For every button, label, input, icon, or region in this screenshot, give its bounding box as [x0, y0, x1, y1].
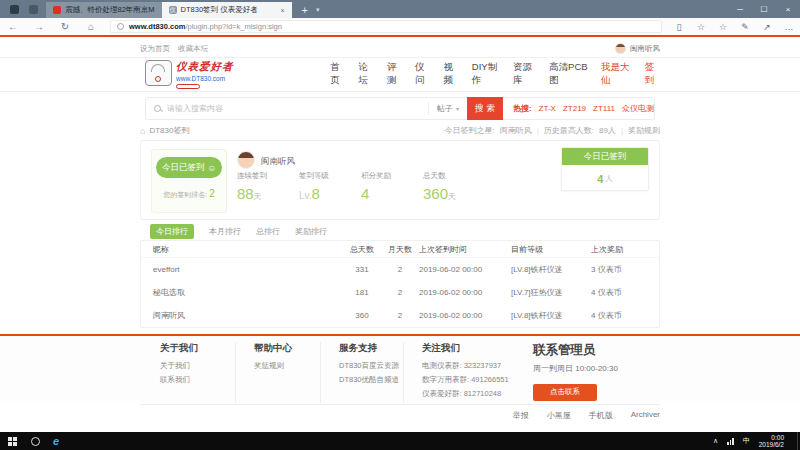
footer-link[interactable]: 关于我们: [160, 361, 235, 371]
bookmark-site-link[interactable]: 收藏本坛: [178, 44, 208, 54]
divider: [0, 91, 800, 92]
search-button[interactable]: 搜索: [467, 97, 503, 120]
nav-item-resources[interactable]: 资源库: [513, 61, 536, 87]
new-tab-button[interactable]: +: [302, 4, 308, 16]
tab-today-rank[interactable]: 今日排行: [150, 224, 194, 239]
bottom-links: 举报 小黑屋 手机版 Archiver: [140, 410, 660, 421]
hot-link[interactable]: 众仪电测: [622, 103, 654, 114]
site-topbar: 设为首页 收藏本坛 闽南听风: [140, 41, 660, 56]
tab-month-rank[interactable]: 本月排行: [209, 226, 241, 237]
close-button[interactable]: ×: [776, 0, 800, 18]
nav-item-master[interactable]: 我是大仙: [601, 61, 632, 87]
browser-tab-active[interactable]: 仪 DT830签到 仪表爱好者 ×: [162, 2, 292, 18]
report-link[interactable]: 举报: [513, 410, 529, 421]
search-scope-select[interactable]: 帖子 ▾: [428, 102, 467, 115]
search-input[interactable]: [167, 104, 428, 113]
row-username[interactable]: eveffort: [153, 265, 343, 274]
logo-battery-graphic: [176, 84, 200, 89]
ranking-tabs: 今日排行 本月排行 总排行 奖励排行: [150, 224, 327, 239]
rules-link[interactable]: 奖励规则: [628, 125, 660, 136]
home-icon[interactable]: ⌂: [140, 126, 145, 136]
row-username[interactable]: 秘电选取: [153, 287, 343, 298]
archiver-link[interactable]: Archiver: [631, 410, 660, 421]
nav-item-home[interactable]: 首页: [330, 61, 345, 87]
site-info-icon[interactable]: [117, 23, 124, 30]
favorites-bar-icon[interactable]: ☆: [712, 22, 734, 32]
tab-list-chevron-icon[interactable]: ▾: [316, 6, 320, 14]
username[interactable]: 闽南听风: [261, 156, 295, 168]
taskbar-clock[interactable]: 0:00 2019/6/2: [759, 434, 784, 449]
cortana-icon[interactable]: [31, 437, 40, 446]
footer-link[interactable]: DT830优酷自频道: [339, 375, 403, 385]
refresh-icon[interactable]: ↻: [52, 21, 78, 32]
footer-support: 服务支持 DT830百度云资源 DT830优酷自频道: [320, 342, 403, 403]
addressbar-icons: ▯ ☆ ☆ ✎ ↗ …: [668, 22, 800, 32]
accent-divider: [0, 35, 800, 37]
contact-admin-button[interactable]: 点击联系: [533, 384, 597, 401]
stat-points: 积分奖励 4: [361, 171, 423, 202]
back-icon[interactable]: ←: [0, 21, 26, 32]
tab-favicon: 仪: [169, 6, 177, 14]
footer-link[interactable]: DT830百度云资源: [339, 361, 403, 371]
signin-meta: 今日签到之星: 闽南听风 | 历史最高人数: 89人 | 奖励规则: [444, 125, 660, 136]
system-tray: ∧ 中 0:00 2019/6/2: [713, 432, 800, 450]
browser-tabstrip: 震撼、特价处理82年南京M 仪 DT830签到 仪表爱好者 × + ▾ ─ ☐ …: [0, 0, 800, 18]
logo-text: 仪表爱好者 www.DT830.com: [176, 60, 234, 90]
annotate-pen-icon[interactable]: ✎: [734, 22, 756, 32]
tab-preview-icon[interactable]: [29, 5, 38, 14]
window-controls: ─ ☐ ×: [728, 0, 800, 18]
mobile-link[interactable]: 手机版: [589, 410, 613, 421]
ranking-table: 昵称 总天数 月天数 上次签到时间 目前等级 上次奖励 eveffort 331…: [140, 240, 660, 328]
url-field[interactable]: www.dt830.com /plugin.php?id=k_misign:si…: [110, 20, 662, 33]
home-icon[interactable]: ⌂: [78, 21, 104, 32]
row-username[interactable]: 闽南听风: [153, 310, 343, 321]
hot-link[interactable]: ZT-X: [539, 104, 556, 113]
nav-item-forum[interactable]: 论坛: [358, 61, 373, 87]
tab-close-icon[interactable]: ×: [275, 7, 285, 14]
more-menu-icon[interactable]: …: [778, 22, 800, 32]
set-home-link[interactable]: 设为首页: [140, 44, 170, 54]
set-tabs-aside-icon[interactable]: [10, 5, 19, 14]
nav-item-qa[interactable]: 仪问: [415, 61, 430, 87]
footer-contact: 联系管理员 周一到周日 10:00-20:30 点击联系: [515, 342, 660, 403]
nav-item-diy[interactable]: DIY制作: [472, 61, 500, 87]
screen: 震撼、特价处理82年南京M 仪 DT830签到 仪表爱好者 × + ▾ ─ ☐ …: [0, 0, 800, 450]
tray-chevron-icon[interactable]: ∧: [713, 437, 718, 445]
nav-item-video[interactable]: 视频: [443, 61, 458, 87]
hot-link[interactable]: ZT219: [563, 104, 586, 113]
edge-taskbar-icon[interactable]: e: [53, 435, 59, 447]
star-user[interactable]: 闽南听风: [500, 125, 532, 136]
forward-icon[interactable]: →: [26, 21, 52, 32]
footer-link[interactable]: 奖惩规则: [254, 361, 320, 371]
maximize-button[interactable]: ☐: [752, 0, 776, 18]
footer-help: 帮助中心 奖惩规则: [235, 342, 320, 403]
nav-item-pcb[interactable]: 高清PCB图: [549, 61, 588, 87]
tab-reward-rank[interactable]: 奖励排行: [295, 226, 327, 237]
signed-today-button[interactable]: 今日已签到 ☺: [156, 157, 222, 178]
nav-item-signin[interactable]: 签到: [645, 61, 660, 87]
avatar: [615, 43, 626, 54]
darkroom-link[interactable]: 小黑屋: [547, 410, 571, 421]
ime-indicator[interactable]: 中: [743, 436, 750, 446]
stat-level: 签到等级 Lv.8: [299, 171, 361, 202]
multimeter-logo-icon: [145, 60, 172, 86]
footer-link[interactable]: 联系我们: [160, 375, 235, 385]
stat-total-days: 总天数 360天: [423, 171, 485, 202]
nav-item-reviews[interactable]: 评测: [387, 61, 402, 87]
share-icon[interactable]: ↗: [756, 22, 778, 32]
favorite-star-icon[interactable]: ☆: [690, 22, 712, 32]
avatar[interactable]: [237, 151, 255, 169]
reading-view-icon[interactable]: ▯: [668, 22, 690, 32]
start-button-icon[interactable]: [8, 437, 17, 446]
hot-link[interactable]: ZT111: [593, 104, 615, 113]
hot-searches: 热搜: ZT-X ZT219 ZT111 众仪电测: [513, 103, 654, 114]
minimize-button[interactable]: ─: [728, 0, 752, 18]
network-icon[interactable]: [727, 438, 734, 445]
today-count: 4: [597, 173, 603, 185]
browser-tab-other[interactable]: 震撼、特价处理82年南京M: [46, 2, 162, 18]
site-logo[interactable]: 仪表爱好者 www.DT830.com: [145, 60, 255, 90]
user-menu[interactable]: 闽南听风: [615, 43, 660, 54]
tab-overall-rank[interactable]: 总排行: [256, 226, 280, 237]
taskbar: e ∧ 中 0:00 2019/6/2: [0, 432, 800, 450]
breadcrumb[interactable]: DT830签到: [149, 125, 189, 136]
